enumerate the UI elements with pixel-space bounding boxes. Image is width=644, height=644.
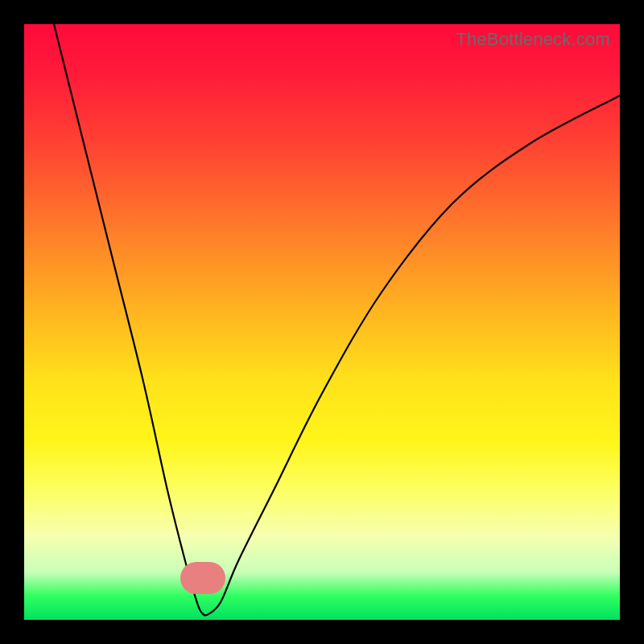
bottleneck-curve	[24, 24, 620, 620]
optimal-range-band	[180, 562, 225, 594]
plot-area: TheBottleneck.com	[24, 24, 620, 620]
